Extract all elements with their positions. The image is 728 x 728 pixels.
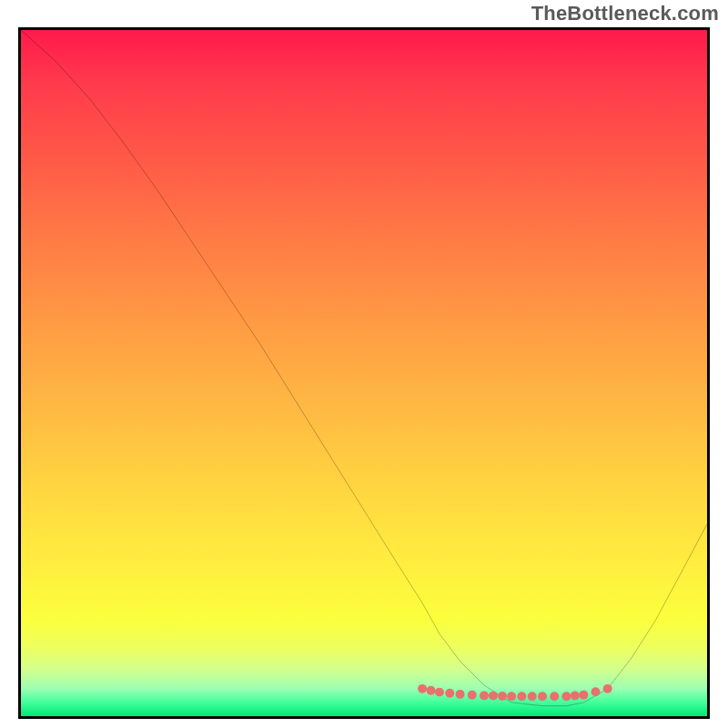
heat-gradient-background [21,30,707,716]
watermark-text: TheBottleneck.com [531,2,719,25]
plot-area [18,27,710,719]
chart-container: TheBottleneck.com [0,0,728,728]
